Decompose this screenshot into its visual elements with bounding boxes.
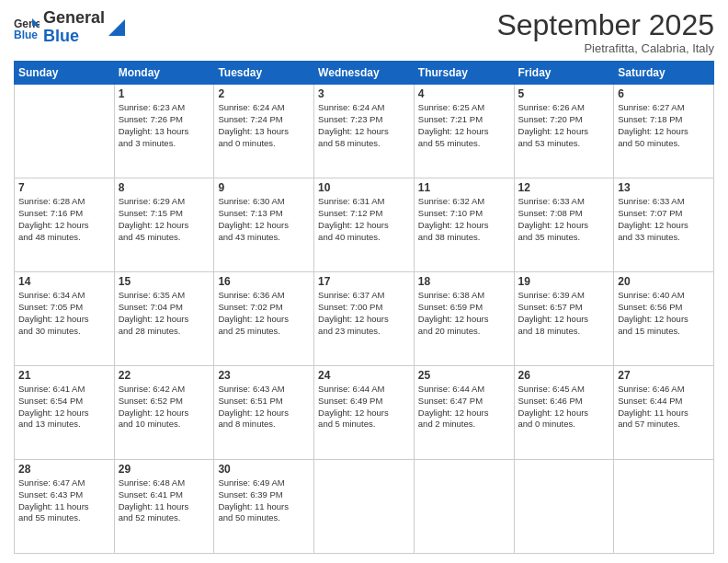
calendar-cell-w1-d3: 3Sunrise: 6:24 AMSunset: 7:23 PMDaylight… [314, 85, 415, 178]
col-monday: Monday [114, 62, 214, 85]
cell-info-line: and 8 minutes. [218, 419, 310, 431]
cell-info-line: Sunset: 7:15 PM [119, 208, 210, 220]
calendar-cell-w2-d1: 8Sunrise: 6:29 AMSunset: 7:15 PMDaylight… [114, 178, 214, 272]
cell-info-line: Daylight: 12 hours [318, 314, 410, 326]
col-saturday: Saturday [614, 62, 714, 85]
cell-info-line: and 33 minutes. [618, 232, 710, 244]
cell-info-line: Sunrise: 6:23 AM [119, 102, 210, 114]
cell-info-line: and 57 minutes. [618, 419, 710, 431]
cell-info-line: and 5 minutes. [318, 419, 410, 431]
calendar-cell-w5-d0: 28Sunrise: 6:47 AMSunset: 6:43 PMDayligh… [15, 460, 115, 554]
cell-info-line: and 45 minutes. [119, 232, 210, 244]
cell-info-line: Daylight: 12 hours [618, 220, 710, 232]
cell-info-line: and 50 minutes. [218, 512, 310, 524]
cell-info-line: Sunset: 6:54 PM [18, 396, 110, 408]
cell-info-line: and 18 minutes. [518, 326, 610, 338]
logo-text: General Blue [43, 9, 105, 46]
cell-info-line: Sunrise: 6:35 AM [119, 290, 210, 302]
calendar-cell-w2-d6: 13Sunrise: 6:33 AMSunset: 7:07 PMDayligh… [614, 178, 714, 272]
day-number: 13 [618, 181, 710, 194]
cell-info-line: Sunrise: 6:27 AM [618, 102, 710, 114]
cell-info-line: Sunrise: 6:49 AM [218, 477, 310, 489]
calendar-cell-w4-d0: 21Sunrise: 6:41 AMSunset: 6:54 PMDayligh… [15, 366, 115, 460]
cell-info-line: and 13 minutes. [18, 419, 110, 431]
day-number: 24 [318, 369, 410, 382]
cell-info-line: Sunset: 6:51 PM [218, 396, 310, 408]
col-tuesday: Tuesday [214, 62, 314, 85]
logo: General Blue General Blue [14, 9, 125, 46]
cell-info-line: Sunrise: 6:30 AM [218, 196, 310, 208]
cell-info-line: Sunrise: 6:41 AM [18, 384, 110, 396]
calendar-week-1: 1Sunrise: 6:23 AMSunset: 7:26 PMDaylight… [15, 85, 714, 178]
cell-info-line: and 40 minutes. [318, 232, 410, 244]
calendar-body: 1Sunrise: 6:23 AMSunset: 7:26 PMDaylight… [15, 85, 714, 554]
calendar-cell-w4-d6: 27Sunrise: 6:46 AMSunset: 6:44 PMDayligh… [614, 366, 714, 460]
day-number: 1 [119, 87, 210, 100]
day-number: 18 [418, 275, 510, 288]
cell-info-line: Sunrise: 6:45 AM [518, 384, 610, 396]
cell-info-line: Daylight: 12 hours [518, 314, 610, 326]
location-subtitle: Pietrafitta, Calabria, Italy [496, 41, 714, 55]
calendar-cell-w3-d3: 17Sunrise: 6:37 AMSunset: 7:00 PMDayligh… [314, 272, 415, 366]
calendar-cell-w4-d5: 26Sunrise: 6:45 AMSunset: 6:46 PMDayligh… [514, 366, 614, 460]
cell-info-line: Sunset: 7:08 PM [518, 208, 610, 220]
cell-info-line: Daylight: 12 hours [119, 220, 210, 232]
logo-blue-text: Blue [43, 27, 79, 45]
day-number: 27 [618, 369, 710, 382]
calendar-cell-w4-d2: 23Sunrise: 6:43 AMSunset: 6:51 PMDayligh… [214, 366, 314, 460]
calendar-cell-w5-d3 [314, 460, 415, 554]
calendar-cell-w5-d4 [414, 460, 514, 554]
cell-info-line: Sunrise: 6:46 AM [618, 384, 710, 396]
cell-info-line: Sunrise: 6:32 AM [418, 196, 510, 208]
calendar-cell-w2-d3: 10Sunrise: 6:31 AMSunset: 7:12 PMDayligh… [314, 178, 415, 272]
cell-info-line: Sunrise: 6:47 AM [18, 477, 110, 489]
cell-info-line: Sunset: 7:04 PM [119, 302, 210, 314]
day-number: 22 [119, 369, 210, 382]
calendar-cell-w2-d5: 12Sunrise: 6:33 AMSunset: 7:08 PMDayligh… [514, 178, 614, 272]
calendar-cell-w3-d2: 16Sunrise: 6:36 AMSunset: 7:02 PMDayligh… [214, 272, 314, 366]
cell-info-line: and 58 minutes. [318, 138, 410, 150]
cell-info-line: Sunset: 6:49 PM [318, 396, 410, 408]
cell-info-line: Sunset: 7:05 PM [18, 302, 110, 314]
cell-info-line: Daylight: 12 hours [418, 220, 510, 232]
cell-info-line: Sunrise: 6:33 AM [618, 196, 710, 208]
calendar-week-5: 28Sunrise: 6:47 AMSunset: 6:43 PMDayligh… [15, 460, 714, 554]
cell-info-line: and 35 minutes. [518, 232, 610, 244]
cell-info-line: Sunrise: 6:31 AM [318, 196, 410, 208]
day-number: 3 [318, 87, 410, 100]
day-number: 21 [18, 369, 110, 382]
calendar-cell-w1-d6: 6Sunrise: 6:27 AMSunset: 7:18 PMDaylight… [614, 85, 714, 178]
cell-info-line: Daylight: 12 hours [518, 126, 610, 138]
day-number: 11 [418, 181, 510, 194]
cell-info-line: Daylight: 12 hours [218, 408, 310, 419]
cell-info-line: Daylight: 13 hours [119, 126, 210, 138]
cell-info-line: Daylight: 12 hours [618, 126, 710, 138]
cell-info-line: Sunset: 6:46 PM [518, 396, 610, 408]
cell-info-line: Sunset: 6:59 PM [418, 302, 510, 314]
cell-info-line: Sunset: 6:56 PM [618, 302, 710, 314]
day-number: 12 [518, 181, 610, 194]
calendar-cell-w1-d5: 5Sunrise: 6:26 AMSunset: 7:20 PMDaylight… [514, 85, 614, 178]
calendar-cell-w5-d1: 29Sunrise: 6:48 AMSunset: 6:41 PMDayligh… [114, 460, 214, 554]
calendar-cell-w3-d0: 14Sunrise: 6:34 AMSunset: 7:05 PMDayligh… [15, 272, 115, 366]
cell-info-line: and 50 minutes. [618, 138, 710, 150]
col-thursday: Thursday [414, 62, 514, 85]
cell-info-line: Sunset: 7:24 PM [218, 114, 310, 126]
calendar-cell-w1-d1: 1Sunrise: 6:23 AMSunset: 7:26 PMDaylight… [114, 85, 214, 178]
calendar-cell-w1-d2: 2Sunrise: 6:24 AMSunset: 7:24 PMDaylight… [214, 85, 314, 178]
cell-info-line: Sunset: 7:12 PM [318, 208, 410, 220]
cell-info-line: Sunset: 7:21 PM [418, 114, 510, 126]
month-title: September 2025 [496, 9, 714, 41]
calendar-cell-w4-d4: 25Sunrise: 6:44 AMSunset: 6:47 PMDayligh… [414, 366, 514, 460]
calendar-header-row: Sunday Monday Tuesday Wednesday Thursday… [15, 62, 714, 85]
cell-info-line: Sunrise: 6:33 AM [518, 196, 610, 208]
cell-info-line: and 20 minutes. [418, 326, 510, 338]
cell-info-line: Sunrise: 6:28 AM [18, 196, 110, 208]
day-number: 16 [218, 275, 310, 288]
cell-info-line: Sunset: 6:39 PM [218, 489, 310, 501]
header: General Blue General Blue September 2025… [14, 9, 714, 55]
cell-info-line: Sunrise: 6:48 AM [119, 477, 210, 489]
cell-info-line: Daylight: 12 hours [518, 220, 610, 232]
col-wednesday: Wednesday [314, 62, 415, 85]
cell-info-line: Sunset: 7:00 PM [318, 302, 410, 314]
